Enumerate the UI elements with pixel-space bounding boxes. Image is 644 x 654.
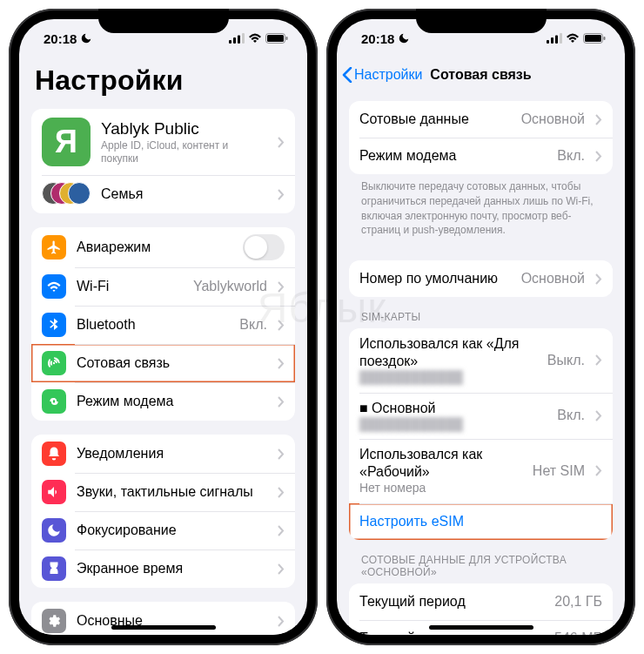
sim-section-header: SIM-КАРТЫ (349, 311, 613, 328)
svg-rect-6 (286, 37, 288, 40)
svg-rect-20 (604, 37, 606, 40)
dnd-moon-icon (398, 32, 410, 44)
roaming-period-label: Текущий период роуминга (359, 630, 544, 635)
family-row[interactable]: Семья (31, 175, 295, 213)
navbar: Настройки Сотовая связь (337, 57, 625, 92)
setup-esim-label: Настроить eSIM (359, 513, 602, 530)
sim-row-1[interactable]: Использовался как «Для поездок» ████████… (349, 328, 613, 393)
cellular-signal-icon (547, 33, 562, 44)
back-label: Настройки (354, 67, 422, 83)
chevron-right-icon (278, 487, 285, 498)
general-row[interactable]: Основные (31, 602, 295, 635)
hotspot-row[interactable]: Режим модема (31, 382, 295, 421)
airplane-toggle[interactable] (243, 234, 285, 260)
chevron-right-icon (278, 448, 285, 460)
focus-icon (42, 518, 66, 543)
svg-rect-15 (551, 37, 553, 44)
phone-left-frame: 20:18 Настройки Я Yablyk Public Apple ID… (9, 9, 318, 645)
apple-id-sub: Apple ID, iCloud, контент и покупки (101, 139, 267, 165)
home-indicator[interactable] (111, 625, 216, 630)
default-number-row[interactable]: Номер по умолчанию Основной (349, 260, 613, 297)
focus-label: Фокусирование (77, 522, 267, 539)
wifi-status-icon (248, 33, 262, 44)
sim-2-label: ■ Основной (359, 400, 547, 417)
sounds-label: Звуки, тактильные сигналы (77, 483, 267, 501)
chevron-right-icon (278, 358, 285, 369)
cellular-signal-icon (229, 33, 245, 44)
hotspot-label: Режим модема (77, 393, 267, 410)
chevron-right-icon (278, 563, 285, 575)
apple-id-row[interactable]: Я Yablyk Public Apple ID, iCloud, контен… (31, 109, 295, 175)
chevron-right-icon (595, 465, 602, 476)
current-period-row[interactable]: Текущий период 20,1 ГБ (349, 583, 613, 620)
chevron-right-icon (595, 151, 602, 162)
svg-rect-14 (547, 40, 549, 44)
hotspot-mode-label: Режим модема (359, 147, 547, 165)
chevron-right-icon (278, 396, 285, 408)
svg-rect-0 (229, 40, 231, 44)
status-time: 20:18 (361, 31, 394, 46)
sim-1-value: Выкл. (547, 353, 585, 368)
wifi-row[interactable]: Wi-Fi Yablykworld (31, 267, 295, 306)
sim-3-number: Нет номера (359, 481, 522, 496)
family-avatars-icon (42, 182, 91, 206)
status-time: 20:18 (44, 31, 77, 46)
bluetooth-icon (42, 313, 66, 337)
hotspot-icon (42, 389, 66, 414)
chevron-right-icon (278, 281, 285, 293)
cellular-icon (42, 351, 66, 375)
chevron-right-icon (278, 616, 285, 627)
chevron-right-icon (595, 354, 602, 366)
home-indicator[interactable] (429, 625, 533, 630)
screentime-icon (42, 556, 66, 581)
bluetooth-row[interactable]: Bluetooth Вкл. (31, 306, 295, 344)
sim-2-number: ████████████ (359, 417, 547, 433)
bluetooth-label: Bluetooth (77, 316, 229, 334)
cellular-data-label: Сотовые данные (359, 111, 511, 128)
wifi-label: Wi-Fi (77, 278, 183, 295)
screentime-label: Экранное время (77, 560, 267, 577)
sim-row-3[interactable]: Использовался как «Рабочий» Нет номера Н… (349, 439, 613, 503)
screentime-row[interactable]: Экранное время (31, 549, 295, 588)
screen-cellular: 20:18 Настройки Сотовая связь Сотовые да… (337, 19, 625, 635)
cellular-data-footer: Выключите передачу сотовых данных, чтобы… (349, 179, 613, 246)
svg-rect-17 (560, 33, 562, 44)
sounds-row[interactable]: Звуки, тактильные сигналы (31, 473, 295, 511)
notifications-icon (42, 442, 66, 466)
svg-point-7 (53, 362, 55, 364)
sim-1-number: ████████████ (359, 370, 537, 386)
hotspot-mode-row[interactable]: Режим модема Вкл. (349, 138, 613, 174)
cellular-data-row[interactable]: Сотовые данные Основной (349, 101, 613, 138)
airplane-row[interactable]: Авиарежим (31, 227, 295, 267)
dnd-moon-icon (80, 32, 92, 44)
cellular-row[interactable]: Сотовая связь (31, 344, 295, 382)
chevron-right-icon (595, 273, 602, 285)
default-number-label: Номер по умолчанию (359, 270, 511, 287)
airplane-icon (42, 235, 66, 260)
battery-icon (583, 33, 606, 44)
chevron-right-icon (595, 410, 602, 421)
back-button[interactable]: Настройки (342, 67, 422, 83)
sim-3-value: Нет SIM (533, 463, 585, 479)
svg-rect-5 (267, 35, 284, 42)
sim-2-value: Вкл. (557, 408, 585, 423)
nav-title: Сотовая связь (430, 67, 531, 83)
notch (98, 9, 229, 33)
sim-3-label: Использовался как «Рабочий» (359, 446, 522, 481)
current-period-label: Текущий период (359, 593, 544, 610)
wifi-status-icon (566, 33, 580, 44)
svg-rect-1 (233, 37, 236, 44)
notifications-row[interactable]: Уведомления (31, 435, 295, 473)
focus-row[interactable]: Фокусирование (31, 511, 295, 549)
cellular-data-value: Основной (521, 111, 585, 127)
sounds-icon (42, 480, 66, 504)
setup-esim-row[interactable]: Настроить eSIM (349, 503, 613, 540)
chevron-right-icon (278, 525, 285, 536)
chevron-right-icon (278, 137, 285, 148)
sim-row-2[interactable]: ■ Основной ████████████ Вкл. (349, 393, 613, 440)
chevron-right-icon (278, 189, 285, 200)
page-title: Настройки (35, 64, 292, 97)
cellular-label: Сотовая связь (77, 354, 267, 372)
svg-rect-2 (238, 36, 240, 44)
chevron-left-icon (342, 67, 352, 83)
